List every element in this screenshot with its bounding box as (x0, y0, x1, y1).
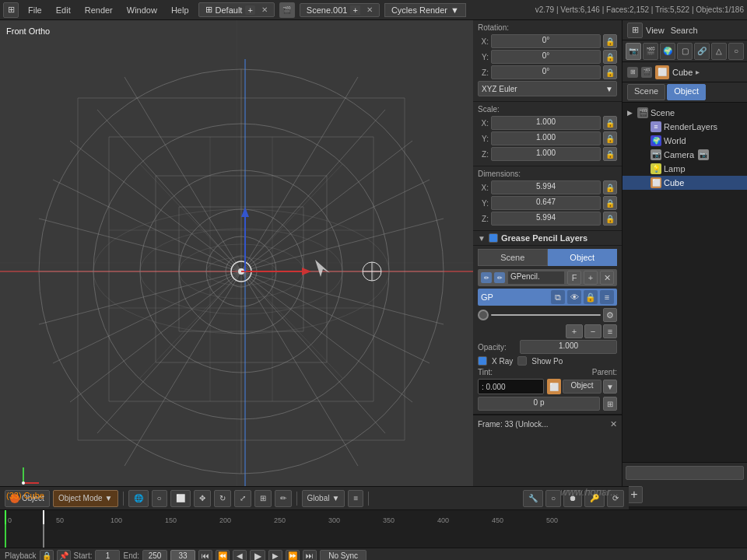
select-border-btn[interactable]: ⬜ (170, 490, 191, 507)
gp-settings2-btn[interactable]: ≡ (603, 324, 617, 338)
view-btn[interactable]: 🌐 (128, 490, 149, 507)
rotation-z-lock[interactable]: 🔒 (603, 65, 617, 79)
tl-prev-key-btn[interactable]: ⏪ (216, 550, 230, 561)
transform-btn[interactable]: ⊞ (254, 490, 272, 507)
start-frame-field[interactable]: 1 (95, 550, 120, 561)
dim-y-lock[interactable]: 🔒 (603, 196, 617, 210)
showpo-checkbox[interactable] (517, 356, 527, 366)
gp-object-tab[interactable]: Object (548, 249, 618, 266)
scale-x-input[interactable]: 1.000 (491, 116, 601, 130)
menu-file[interactable]: File (23, 4, 47, 16)
frame-info-close[interactable]: ✕ (610, 419, 617, 429)
timeline-content[interactable] (0, 524, 747, 548)
props-icon-render[interactable]: 📷 (626, 43, 641, 60)
gp-section-header[interactable]: ▼ Grease Pencil Layers (473, 231, 622, 246)
rotation-x-lock[interactable]: 🔒 (603, 34, 617, 48)
rotation-x-input[interactable]: 0° (491, 34, 601, 48)
gp-layer-eye-btn[interactable]: 👁 (567, 290, 581, 304)
gp-sub-btn[interactable]: − (584, 324, 601, 338)
tl-lock-btn[interactable]: 🔒 (40, 550, 54, 561)
grease-pencil-btn[interactable]: ✏ (275, 490, 292, 507)
keyframe-btn[interactable]: 🔑 (584, 490, 605, 507)
layout-add-btn[interactable]: + (245, 5, 254, 15)
engine-selector[interactable]: Cycles Render ▼ (384, 3, 466, 17)
current-frame-field[interactable]: 33 (170, 550, 195, 561)
xray-checkbox[interactable] (478, 356, 487, 366)
props-icon-data[interactable]: △ (711, 43, 727, 60)
dim-z-input[interactable]: 5.994 (491, 212, 601, 226)
tl-pin-btn[interactable]: 📌 (57, 550, 71, 561)
scene-close-btn[interactable]: ✕ (366, 5, 373, 14)
outliner-search-btn[interactable]: Search (671, 26, 698, 35)
props-icon-material[interactable]: ○ (728, 43, 744, 60)
props-icon-scene[interactable]: 🎬 (643, 43, 658, 60)
gp-f-btn[interactable]: F (567, 271, 581, 285)
outline-item-cube[interactable]: ⬜ Cube (622, 176, 747, 190)
gp-layer-lock-btn[interactable]: 🔒 (584, 290, 598, 304)
layout-tab[interactable]: ⊞ Default + ✕ (198, 2, 275, 17)
tl-skip-end-btn[interactable]: ⏭ (303, 550, 317, 561)
gp-layer-extra-btn[interactable]: ≡ (600, 290, 614, 304)
props-icon-constraints[interactable]: 🔗 (694, 43, 710, 60)
tl-next-key-btn[interactable]: ⏩ (286, 550, 300, 561)
outline-item-scene[interactable]: ▶ 🎬 Scene (622, 106, 747, 120)
global-btn[interactable]: Global ▼ (302, 490, 345, 507)
translate-btn[interactable]: ✥ (194, 490, 211, 507)
props-icon-object[interactable]: ▢ (677, 43, 693, 60)
layer-btn[interactable]: ≡ (348, 490, 363, 507)
gp-add-btn[interactable]: + (566, 324, 583, 338)
menu-edit[interactable]: Edit (51, 4, 75, 16)
outline-item-lamp[interactable]: 💡 Lamp (622, 162, 747, 176)
sync-btn[interactable]: ⟳ (607, 490, 624, 507)
rotation-y-lock[interactable]: 🔒 (603, 50, 617, 64)
parent-input[interactable]: Object (563, 380, 601, 394)
scene-tab[interactable]: Scene.001 + ✕ (300, 3, 380, 17)
dim-x-lock[interactable]: 🔒 (603, 180, 617, 194)
viewport[interactable]: Front Ortho (0, 20, 473, 506)
props-icon-world[interactable]: 🌍 (660, 43, 675, 60)
tl-skip-start-btn[interactable]: ⏮ (198, 550, 212, 561)
menu-help[interactable]: Help (167, 4, 194, 16)
gp-enabled-checkbox[interactable] (489, 233, 498, 243)
tl-next-frame-btn[interactable]: ▶ (268, 550, 282, 561)
menu-render[interactable]: Render (80, 4, 117, 16)
tl-play-btn[interactable]: ▶ (250, 550, 265, 561)
prop-edit-btn[interactable]: ○ (545, 490, 561, 507)
outline-item-world[interactable]: 🌍 World (622, 134, 747, 148)
scale-y-lock[interactable]: 🔒 (603, 131, 617, 145)
scene-add-btn[interactable]: + (350, 5, 359, 15)
offset-input[interactable]: 0 p (478, 397, 600, 411)
outliner-view-btn[interactable]: View (646, 26, 665, 35)
layout-close-btn[interactable]: ✕ (261, 5, 268, 14)
select-circle-btn[interactable]: ○ (152, 490, 167, 507)
euler-dropdown[interactable]: XYZ Euler ▼ (478, 81, 617, 96)
scale-y-input[interactable]: 1.000 (491, 131, 601, 145)
menu-window[interactable]: Window (122, 4, 162, 16)
so-object-tab[interactable]: Object (667, 84, 706, 100)
gp-settings-btn[interactable]: ⚙ (603, 308, 617, 322)
scale-z-input[interactable]: 1.000 (491, 147, 601, 161)
scale-z-lock[interactable]: 🔒 (603, 147, 617, 161)
gp-name-input[interactable]: GPencil. (507, 271, 565, 285)
rotation-z-input[interactable]: 0° (491, 65, 601, 79)
sync-label-field[interactable]: No Sync (320, 550, 366, 561)
outline-item-camera[interactable]: 📷 Camera 📷 (622, 148, 747, 162)
gp-add-layer-btn[interactable]: + (584, 271, 598, 285)
gp-layer-copy-btn[interactable]: ⧉ (551, 290, 565, 304)
outliner-search-field[interactable] (626, 466, 744, 480)
tint-color-btn[interactable]: : 0.000 (478, 379, 544, 394)
so-scene-tab[interactable]: Scene (627, 84, 665, 100)
scale-btn[interactable]: ⤢ (234, 490, 251, 507)
rotate-btn[interactable]: ↻ (214, 490, 231, 507)
record-btn[interactable]: ⏺ (563, 490, 582, 507)
dim-y-input[interactable]: 0.647 (491, 196, 601, 210)
outline-item-renderlayers[interactable]: ≡ RenderLayers (622, 120, 747, 134)
mode-selector[interactable]: Object Mode ▼ (53, 490, 118, 507)
tl-prev-frame-btn[interactable]: ◀ (233, 550, 247, 561)
window-icon[interactable]: ⊞ (3, 2, 19, 18)
offset-btn[interactable]: ⊞ (603, 397, 617, 411)
outliner-icon-btn[interactable]: ⊞ (627, 23, 643, 38)
gp-scene-tab[interactable]: Scene (478, 249, 548, 266)
opacity-input[interactable]: 1.000 (520, 340, 617, 354)
rotation-y-input[interactable]: 0° (491, 50, 601, 64)
